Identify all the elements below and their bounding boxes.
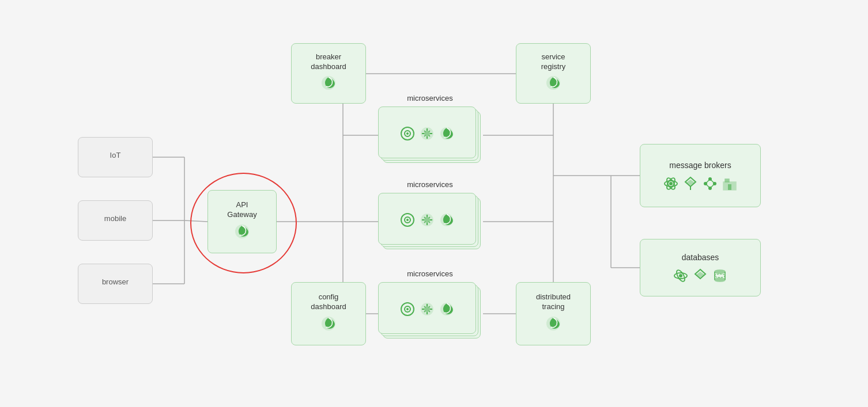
service-registry-label: serviceregistry xyxy=(541,52,566,72)
svg-line-59 xyxy=(710,179,715,184)
svg-rect-63 xyxy=(725,179,729,182)
config-dashboard-icon xyxy=(320,315,337,335)
breaker-dashboard-icon xyxy=(320,75,337,94)
api-gateway-label: APIGateway xyxy=(227,200,256,220)
iot-label: IoT xyxy=(110,151,121,161)
ms3-label: microservices xyxy=(384,269,476,278)
svg-point-70 xyxy=(715,270,725,273)
api-gateway-spring-icon xyxy=(234,223,250,243)
svg-point-41 xyxy=(406,308,409,310)
svg-point-73 xyxy=(715,278,725,282)
databases-icons xyxy=(673,268,727,283)
distributed-tracing-icon xyxy=(545,315,561,335)
service-registry-node: serviceregistry xyxy=(516,43,591,104)
svg-point-47 xyxy=(669,182,673,185)
message-brokers-node: message brokers xyxy=(640,144,761,207)
service-registry-icon xyxy=(545,75,561,94)
databases-label: databases xyxy=(682,252,719,263)
svg-point-29 xyxy=(406,132,409,135)
ms1-icons xyxy=(400,126,454,141)
microservices-stack-3: microservices xyxy=(378,282,481,344)
ms2-icons xyxy=(400,212,454,227)
breaker-dashboard-node: breakerdashboard xyxy=(291,43,366,104)
svg-line-61 xyxy=(705,184,710,188)
distributed-tracing-label: distributedtracing xyxy=(536,292,571,312)
svg-rect-64 xyxy=(728,184,731,190)
message-brokers-icons xyxy=(663,176,737,191)
breaker-dashboard-label: breakerdashboard xyxy=(311,52,346,72)
ms2-label: microservices xyxy=(384,180,476,189)
browser-label: browser xyxy=(102,277,129,287)
svg-point-35 xyxy=(406,219,409,221)
svg-line-60 xyxy=(710,184,715,188)
mobile-label: mobile xyxy=(104,214,126,224)
config-dashboard-label: configdashboard xyxy=(311,292,346,312)
microservices-stack-2: microservices xyxy=(378,193,481,255)
ms3-icons xyxy=(400,302,454,317)
svg-point-65 xyxy=(679,274,682,277)
ms1-label: microservices xyxy=(384,94,476,102)
diagram-container: IoT mobile browser APIGateway breakerdas… xyxy=(0,0,868,407)
svg-line-58 xyxy=(705,179,710,184)
config-dashboard-node: configdashboard xyxy=(291,282,366,345)
browser-node: browser xyxy=(78,264,153,304)
message-brokers-label: message brokers xyxy=(669,160,731,170)
microservices-stack-1: microservices xyxy=(378,106,481,169)
svg-point-74 xyxy=(715,274,725,277)
api-gateway-node: APIGateway xyxy=(207,190,277,253)
databases-node: databases xyxy=(640,239,761,296)
svg-line-4 xyxy=(184,220,207,222)
mobile-node: mobile xyxy=(78,200,153,241)
distributed-tracing-node: distributedtracing xyxy=(516,282,591,345)
iot-node: IoT xyxy=(78,137,153,177)
